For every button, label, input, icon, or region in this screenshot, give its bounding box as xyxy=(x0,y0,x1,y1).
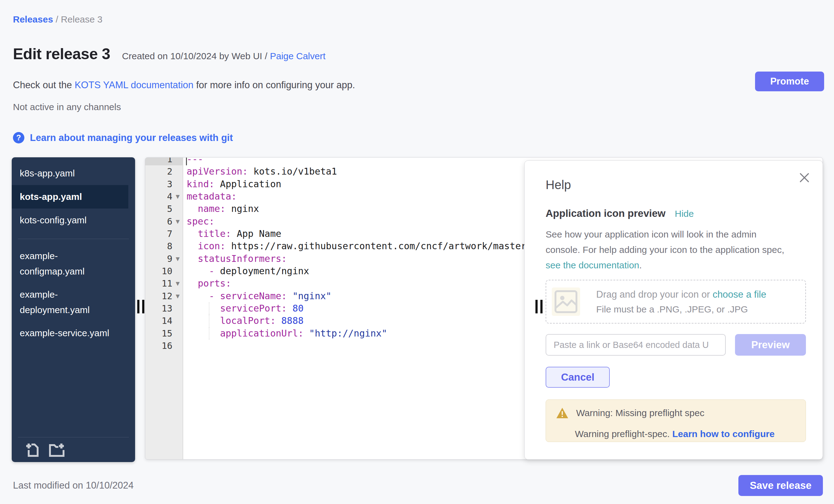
breadcrumb-releases-link[interactable]: Releases xyxy=(13,14,53,24)
breadcrumb-separator: / xyxy=(56,14,61,24)
help-title: Help xyxy=(546,178,571,192)
help-panel: Help Application icon preview Hide See h… xyxy=(524,160,823,460)
docs-info-line: Check out the KOTS YAML documentation fo… xyxy=(13,80,355,91)
sidebar-file-kots-config.yaml[interactable]: kots-config.yaml xyxy=(12,209,135,232)
icon-url-input[interactable] xyxy=(546,334,726,356)
close-icon[interactable] xyxy=(798,172,810,183)
fold-arrow-icon[interactable]: ▼ xyxy=(172,277,183,290)
help-panel-resize-handle[interactable] xyxy=(535,300,543,313)
fold-arrow-icon[interactable]: ▼ xyxy=(172,190,183,203)
fold-arrow-icon[interactable]: ▼ xyxy=(172,215,183,228)
example-file-list: example-configmap.yamlexample-deployment… xyxy=(12,248,135,341)
channel-status-text: Not active in any channels xyxy=(13,102,121,112)
kots-yaml-docs-link[interactable]: KOTS YAML documentation xyxy=(75,80,193,90)
preview-button[interactable]: Preview xyxy=(735,334,806,356)
page-title: Edit release 3 xyxy=(13,45,110,63)
warning-title: Warning: Missing preflight spec xyxy=(576,408,704,418)
preflight-warning-box: Warning: Missing preflight spec Warning … xyxy=(546,399,806,442)
hide-link[interactable]: Hide xyxy=(675,209,694,219)
last-modified-text: Last modified on 10/10/2024 xyxy=(13,480,134,491)
created-info: Created on 10/10/2024 by Web UI / Paige … xyxy=(122,51,325,61)
breadcrumb-current: Release 3 xyxy=(61,14,103,24)
edit-release-page: Releases / Release 3 Edit release 3 Crea… xyxy=(0,0,834,504)
icon-preview-title: Application icon preview xyxy=(546,207,665,219)
question-icon: ? xyxy=(13,132,24,144)
warning-detail: Warning preflight-spec. Learn how to con… xyxy=(575,429,806,439)
fold-arrow-icon[interactable]: ▼ xyxy=(172,290,183,302)
fold-arrow-icon[interactable]: ▼ xyxy=(172,253,183,265)
add-folder-icon[interactable] xyxy=(48,442,66,457)
sidebar-file-example-deployment.yaml[interactable]: example-deployment.yaml xyxy=(12,287,135,318)
see-documentation-link[interactable]: see the documentation xyxy=(546,260,639,270)
sidebar-file-k8s-app.yaml[interactable]: k8s-app.yaml xyxy=(12,162,135,185)
warning-icon xyxy=(556,407,569,419)
choose-file-link[interactable]: choose a file xyxy=(712,289,766,300)
add-file-icon[interactable] xyxy=(25,442,40,457)
promote-button[interactable]: Promote xyxy=(755,71,824,91)
dropzone-hint: File must be a .PNG, .JPEG, or .JPG xyxy=(596,302,766,316)
cancel-button[interactable]: Cancel xyxy=(546,367,610,388)
breadcrumb: Releases / Release 3 xyxy=(13,14,103,25)
icon-preview-description: See how your application icon will look … xyxy=(546,227,784,273)
sidebar-actions xyxy=(18,437,129,457)
sidebar-resize-handle[interactable] xyxy=(137,300,144,313)
image-placeholder-icon xyxy=(552,287,580,316)
file-list: k8s-app.yamlkots-app.yamlkots-config.yam… xyxy=(12,157,135,232)
save-release-button[interactable]: Save release xyxy=(739,475,823,496)
dropzone-text: Drag and drop your icon or choose a file xyxy=(596,287,766,302)
learn-how-to-configure-link[interactable]: Learn how to configure xyxy=(673,429,775,439)
file-list-divider xyxy=(18,239,129,239)
icon-dropzone[interactable]: Drag and drop your icon or choose a file… xyxy=(546,280,806,324)
sidebar-file-example-service.yaml[interactable]: example-service.yaml xyxy=(12,325,135,341)
sidebar-file-kots-app.yaml[interactable]: kots-app.yaml xyxy=(12,185,128,209)
sidebar-file-example-configmap.yaml[interactable]: example-configmap.yaml xyxy=(12,248,135,279)
text-cursor xyxy=(186,157,187,165)
file-sidebar: k8s-app.yamlkots-app.yamlkots-config.yam… xyxy=(12,157,135,462)
git-releases-link[interactable]: Learn about managing your releases with … xyxy=(30,132,233,144)
author-link[interactable]: Paige Calvert xyxy=(270,51,325,61)
